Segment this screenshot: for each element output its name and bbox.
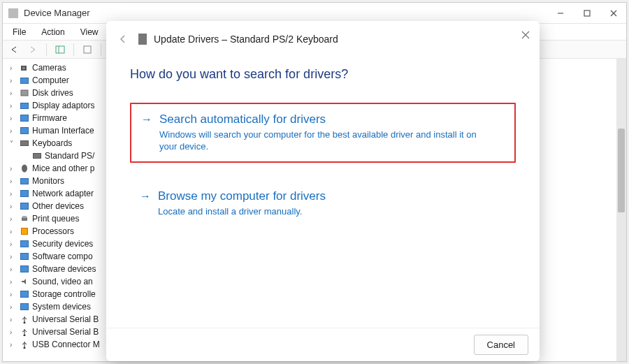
svg-rect-1	[584, 10, 590, 16]
chevron-icon: ›	[10, 165, 17, 173]
chevron-icon: ›	[10, 177, 17, 185]
chevron-icon: ›	[10, 328, 17, 336]
tree-item-label: Mice and other p	[32, 163, 94, 173]
tree-item-label: Cameras	[32, 63, 66, 73]
chevron-icon: ›	[10, 190, 17, 198]
toolbar-separator	[46, 43, 47, 56]
dialog-title: Update Drivers – Standard PS/2 Keyboard	[154, 34, 338, 45]
tree-item-label: Network adapter	[32, 189, 94, 198]
dialog-back-button[interactable]	[117, 34, 129, 45]
option-description: Locate and install a driver manually.	[158, 206, 493, 218]
chevron-icon: ›	[10, 265, 17, 273]
menu-view[interactable]: View	[80, 27, 99, 37]
device-icon	[20, 177, 29, 185]
menu-action[interactable]: Action	[41, 27, 64, 37]
svg-rect-4	[56, 46, 64, 53]
tree-item-label: USB Connector M	[32, 340, 100, 349]
svg-point-18	[24, 347, 26, 349]
svg-point-16	[24, 322, 26, 324]
svg-point-11	[22, 67, 25, 70]
chevron-icon: ›	[10, 228, 17, 235]
toolbar-separator	[101, 43, 101, 56]
arrow-right-icon: →	[140, 190, 151, 203]
dialog-footer: Cancel	[106, 328, 540, 361]
chevron-icon: ›	[10, 115, 17, 122]
tree-item-label: Standard PS/	[45, 151, 94, 161]
chevron-icon: ›	[10, 240, 17, 248]
minimize-button[interactable]	[554, 6, 567, 20]
toolbar-separator	[73, 43, 74, 56]
device-icon	[20, 64, 29, 72]
option-row: → Search automatically for drivers	[141, 112, 505, 126]
tree-item-label: Processors	[32, 226, 74, 236]
option-search-automatically[interactable]: → Search automatically for drivers Windo…	[130, 103, 516, 163]
menu-file[interactable]: File	[13, 27, 26, 37]
show-hide-tree-button[interactable]	[52, 43, 68, 57]
chevron-icon: ›	[10, 203, 17, 210]
chevron-icon: ›	[10, 64, 17, 72]
tree-item-label: Display adaptors	[32, 101, 94, 110]
device-icon	[20, 114, 29, 122]
device-icon	[20, 252, 29, 261]
chevron-icon: ˅	[10, 140, 17, 147]
device-icon	[20, 202, 29, 210]
tree-item-label: Keyboards	[32, 138, 72, 148]
arrow-right-icon: →	[141, 113, 152, 126]
tree-item-label: Software compo	[32, 252, 93, 261]
window-controls	[554, 6, 621, 20]
scrollbar[interactable]	[616, 59, 626, 361]
chevron-icon: ›	[10, 102, 17, 110]
svg-rect-15	[22, 216, 27, 218]
tree-item-label: Storage controlle	[32, 289, 96, 299]
device-icon	[20, 214, 29, 223]
chevron-icon: ›	[10, 77, 17, 85]
device-icon	[20, 89, 29, 97]
device-icon	[20, 240, 29, 248]
svg-rect-6	[84, 46, 91, 53]
tree-item-label: Monitors	[32, 176, 64, 186]
chevron-icon: ›	[10, 316, 17, 323]
option-description: Windows will search your computer for th…	[159, 129, 495, 153]
device-icon	[20, 315, 29, 323]
keyboard-icon	[138, 34, 147, 45]
tree-item-label: Universal Serial B	[32, 327, 99, 337]
maximize-button[interactable]	[580, 6, 594, 20]
chevron-icon: ›	[10, 127, 17, 135]
chevron-icon: ›	[10, 291, 17, 298]
device-icon	[20, 126, 29, 135]
svg-point-17	[24, 335, 26, 337]
tree-item-label: System devices	[32, 302, 91, 312]
option-browse-computer[interactable]: → Browse my computer for drivers Locate …	[130, 181, 516, 226]
device-icon	[20, 76, 29, 85]
window-title: Device Manager	[24, 8, 554, 18]
tree-item-label: Universal Serial B	[32, 314, 99, 324]
dialog-heading: How do you want to search for drivers?	[130, 67, 516, 82]
chevron-icon: ›	[10, 89, 17, 97]
tree-item-label: Disk drives	[32, 88, 73, 98]
device-icon	[20, 277, 29, 286]
cancel-button[interactable]: Cancel	[474, 335, 528, 355]
update-drivers-dialog: Update Drivers – Standard PS/2 Keyboard …	[106, 21, 540, 361]
tree-item-label: Firmware	[32, 113, 67, 123]
chevron-icon: ›	[10, 303, 17, 311]
svg-point-13	[22, 165, 27, 173]
option-title: Browse my computer for drivers	[158, 189, 326, 203]
tree-item-label: Other devices	[32, 201, 84, 211]
device-icon	[20, 164, 29, 173]
option-row: → Browse my computer for drivers	[140, 189, 506, 203]
device-icon	[20, 101, 29, 110]
properties-button[interactable]	[80, 43, 95, 57]
chevron-icon: ›	[10, 341, 17, 349]
dialog-header: Update Drivers – Standard PS/2 Keyboard	[106, 21, 540, 49]
dialog-close-button[interactable]	[520, 29, 531, 41]
forward-button[interactable]	[25, 43, 41, 57]
device-icon	[20, 328, 29, 336]
tree-item-label: Software devices	[32, 264, 96, 274]
scroll-thumb[interactable]	[618, 129, 625, 212]
device-icon	[20, 290, 29, 298]
back-button[interactable]	[7, 43, 22, 57]
device-icon	[20, 227, 29, 235]
device-icon	[20, 139, 29, 147]
close-button[interactable]	[607, 6, 621, 20]
tree-item-label: Print queues	[32, 214, 79, 224]
